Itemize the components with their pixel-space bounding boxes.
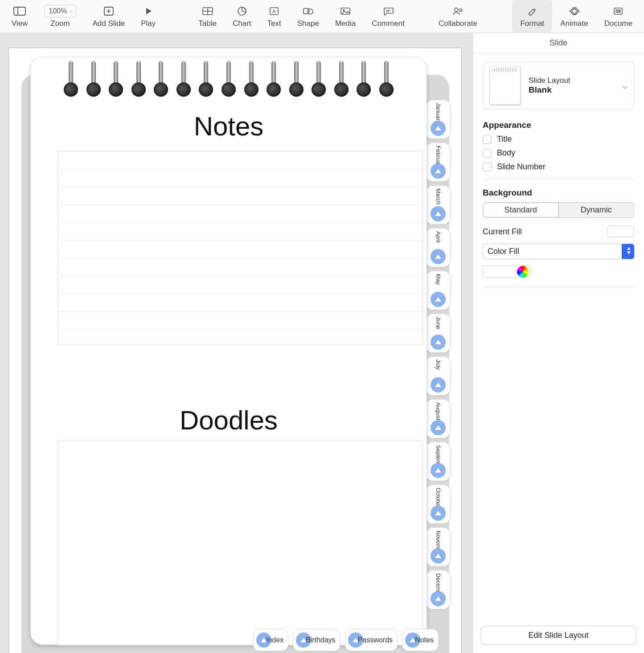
bottom-tab-birthdays[interactable]: Birthdays xyxy=(293,629,340,651)
svg-rect-0 xyxy=(14,7,25,15)
notes-title: Notes xyxy=(31,111,427,142)
slide-layout-value: Blank xyxy=(529,85,570,95)
month-tab-september[interactable]: September xyxy=(426,442,451,481)
format-icon xyxy=(526,5,538,17)
fill-color-swatch[interactable] xyxy=(483,266,515,278)
spiral-ring xyxy=(221,61,237,97)
month-tab-april[interactable]: April xyxy=(426,228,451,267)
spiral-ring xyxy=(266,61,282,97)
arrow-up-icon xyxy=(431,206,446,221)
fill-color-control[interactable] xyxy=(483,265,531,278)
month-tab-january[interactable]: January xyxy=(426,100,451,139)
zoom-control[interactable]: 100% xyxy=(44,5,77,17)
play-icon xyxy=(142,5,155,17)
view-button[interactable]: View xyxy=(4,0,36,33)
zoom-value[interactable]: 100% xyxy=(44,5,77,17)
document-button[interactable]: Docume xyxy=(596,0,640,33)
canvas-area[interactable]: JanuaryFebruaryMarchAprilMayJuneJulyAugu… xyxy=(0,33,472,653)
body-checkbox-row[interactable]: Body xyxy=(483,148,634,158)
comment-button[interactable]: Comment xyxy=(364,0,413,33)
spiral-ring xyxy=(153,61,169,97)
month-tab-november[interactable]: November xyxy=(426,527,451,567)
arrow-up-icon xyxy=(431,463,446,478)
month-tab-december[interactable]: December xyxy=(426,570,451,609)
shape-button[interactable]: Shape xyxy=(289,0,327,33)
month-tab-july[interactable]: July xyxy=(426,356,451,396)
bottom-tabs: IndexBirthdaysPasswordsNotes xyxy=(253,629,439,651)
arrow-up-icon xyxy=(431,420,446,435)
collaborate-button[interactable]: Collaborate xyxy=(431,0,485,33)
title-checkbox[interactable] xyxy=(483,135,492,144)
text-label: Text xyxy=(267,19,281,28)
edit-slide-layout-button[interactable]: Edit Slide Layout xyxy=(481,626,636,645)
svg-point-18 xyxy=(455,8,458,12)
month-tab-may[interactable]: May xyxy=(426,271,451,310)
format-button[interactable]: Format xyxy=(512,0,552,33)
bottom-tab-label: Notes xyxy=(415,636,434,644)
text-button[interactable]: A Text xyxy=(259,0,289,33)
table-label: Table xyxy=(198,19,217,28)
zoom-button[interactable]: 100% Zoom xyxy=(36,0,85,33)
arrow-up-icon xyxy=(431,591,446,606)
fill-type-value: Color Fill xyxy=(488,247,519,256)
slide[interactable]: JanuaryFebruaryMarchAprilMayJuneJulyAugu… xyxy=(9,48,461,653)
svg-marker-5 xyxy=(146,8,152,14)
month-tab-february[interactable]: February xyxy=(426,143,451,182)
chart-icon xyxy=(236,5,248,17)
spiral-ring xyxy=(108,61,124,97)
slidenum-checkbox[interactable] xyxy=(483,163,492,171)
month-tab-october[interactable]: October xyxy=(426,485,451,524)
animate-label: Animate xyxy=(560,19,588,28)
arrow-up-icon xyxy=(431,335,446,350)
color-wheel-icon[interactable] xyxy=(517,266,529,278)
sidebar-icon xyxy=(13,5,26,17)
content-row: JanuaryFebruaryMarchAprilMayJuneJulyAugu… xyxy=(0,33,644,653)
arrow-up-icon xyxy=(431,121,446,136)
body-checkbox[interactable] xyxy=(483,149,492,158)
title-checkbox-row[interactable]: Title xyxy=(483,135,634,144)
collaborate-label: Collaborate xyxy=(439,19,477,28)
slide-layout-selector[interactable]: Slide Layout Blank ⌵ xyxy=(483,61,634,110)
inspector-panel: Slide Slide Layout Blank ⌵ Appearance Ti… xyxy=(472,33,644,653)
month-tab-june[interactable]: June xyxy=(426,314,451,353)
media-button[interactable]: Media xyxy=(327,0,364,33)
month-tab-march[interactable]: March xyxy=(426,185,451,224)
seg-dynamic[interactable]: Dynamic xyxy=(559,203,634,217)
spiral-ring xyxy=(131,61,147,97)
month-tab-august[interactable]: August xyxy=(426,399,451,438)
chevron-down-icon: ⌵ xyxy=(622,80,628,91)
add-slide-button[interactable]: Add Slide xyxy=(84,0,133,33)
month-tab-label: March xyxy=(435,188,442,204)
notes-lines xyxy=(57,151,423,345)
background-segmented[interactable]: Standard Dynamic xyxy=(483,202,634,218)
fill-type-select[interactable]: Color Fill ▲▼ xyxy=(483,244,634,259)
comment-icon xyxy=(382,5,394,17)
arrow-up-icon xyxy=(431,377,446,392)
chart-button[interactable]: Chart xyxy=(225,0,259,33)
current-fill-swatch[interactable] xyxy=(607,226,634,237)
text-icon: A xyxy=(268,5,280,17)
spiral-ring xyxy=(198,61,214,97)
comment-label: Comment xyxy=(372,19,405,28)
bottom-tab-label: Index xyxy=(266,636,283,644)
bottom-tab-notes[interactable]: Notes xyxy=(402,629,439,651)
arrow-up-icon xyxy=(431,292,446,307)
bottom-tab-index[interactable]: Index xyxy=(253,629,288,651)
spiral-ring xyxy=(333,61,349,97)
shape-label: Shape xyxy=(297,19,319,28)
arrow-up-icon xyxy=(431,548,446,563)
play-button[interactable]: Play xyxy=(133,0,164,33)
seg-standard[interactable]: Standard xyxy=(483,203,559,217)
slidenum-checkbox-row[interactable]: Slide Number xyxy=(483,162,634,171)
animate-button[interactable]: Animate xyxy=(552,0,596,33)
slidenum-checkbox-label: Slide Number xyxy=(497,162,546,171)
spiral-ring xyxy=(356,61,372,97)
animate-icon xyxy=(568,5,581,17)
current-fill-label: Current Fill xyxy=(483,227,522,237)
table-button[interactable]: Table xyxy=(190,0,225,33)
chart-label: Chart xyxy=(233,19,251,28)
svg-rect-23 xyxy=(615,9,621,13)
format-label: Format xyxy=(520,19,544,28)
month-tab-label: April xyxy=(435,231,442,243)
bottom-tab-passwords[interactable]: Passwords xyxy=(345,629,398,651)
